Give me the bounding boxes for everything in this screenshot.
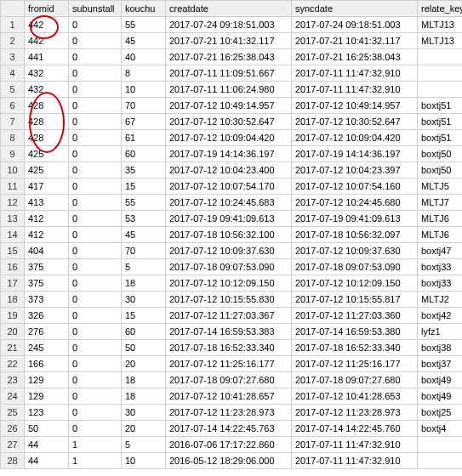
row-number[interactable]: 10 — [1, 162, 25, 178]
cell-creatdate[interactable]: 2017-07-18 09:07:53.090 — [166, 259, 292, 275]
cell-syncdate[interactable]: 2017-07-11 11:47:32.910 — [292, 437, 418, 453]
cell-fromid[interactable]: 245 — [25, 340, 69, 356]
cell-kouchu[interactable]: 55 — [122, 17, 166, 33]
cell-creatdate[interactable]: 2017-07-12 10:41:28.657 — [166, 388, 292, 405]
cell-fromid[interactable]: 375 — [25, 275, 69, 292]
table-row[interactable]: 4432082017-07-11 11:09:51.6672017-07-11 … — [1, 65, 463, 82]
cell-kouchu[interactable]: 67 — [122, 114, 166, 130]
cell-kouchu[interactable]: 18 — [122, 275, 166, 292]
header-kouchu[interactable]: kouchu — [122, 1, 166, 17]
cell-kouchu[interactable]: 20 — [122, 356, 166, 372]
cell-subunstall[interactable]: 0 — [69, 324, 122, 340]
row-number[interactable]: 26 — [1, 421, 25, 437]
cell-kouchu[interactable]: 30 — [122, 405, 166, 421]
cell-relate-key[interactable]: boxtj25 — [418, 405, 463, 421]
cell-fromid[interactable]: 326 — [25, 308, 69, 324]
table-row[interactable]: 14420552017-07-24 09:18:51.0032017-07-24… — [1, 17, 463, 33]
cell-kouchu[interactable]: 60 — [122, 146, 166, 162]
cell-syncdate[interactable]: 2017-07-21 16:25:38.043 — [292, 49, 418, 65]
cell-creatdate[interactable]: 2017-07-12 10:09:04.420 — [166, 130, 292, 146]
cell-relate-key[interactable] — [418, 49, 463, 65]
cell-kouchu[interactable]: 35 — [122, 162, 166, 178]
cell-creatdate[interactable]: 2017-07-12 10:09:37.630 — [166, 243, 292, 259]
cell-creatdate[interactable]: 2017-07-12 10:49:14.957 — [166, 98, 292, 114]
cell-fromid[interactable]: 375 — [25, 259, 69, 275]
cell-kouchu[interactable]: 45 — [122, 227, 166, 243]
row-number[interactable]: 22 — [1, 356, 25, 372]
cell-creatdate[interactable]: 2017-07-21 16:25:38.043 — [166, 49, 292, 65]
row-number[interactable]: 25 — [1, 405, 25, 421]
cell-creatdate[interactable]: 2017-07-14 14:22:45.763 — [166, 421, 292, 437]
cell-subunstall[interactable]: 0 — [69, 98, 122, 114]
cell-syncdate[interactable]: 2017-07-11 11:47:32.910 — [292, 65, 418, 82]
cell-relate-key[interactable]: boxtj42 — [418, 308, 463, 324]
cell-creatdate[interactable]: 2017-07-12 10:24:45.683 — [166, 195, 292, 211]
table-row[interactable]: 16375052017-07-18 09:07:53.0902017-07-18… — [1, 259, 463, 275]
cell-subunstall[interactable]: 0 — [69, 178, 122, 195]
header-relate-key[interactable]: relate_key — [418, 1, 463, 17]
cell-kouchu[interactable]: 18 — [122, 372, 166, 388]
cell-kouchu[interactable]: 70 — [122, 98, 166, 114]
cell-fromid[interactable]: 425 — [25, 162, 69, 178]
cell-fromid[interactable]: 123 — [25, 405, 69, 421]
cell-relate-key[interactable]: MLTJ5 — [418, 178, 463, 195]
cell-creatdate[interactable]: 2017-07-18 16:52:33.340 — [166, 340, 292, 356]
cell-kouchu[interactable]: 5 — [122, 437, 166, 453]
row-number[interactable]: 21 — [1, 340, 25, 356]
cell-fromid[interactable]: 373 — [25, 292, 69, 308]
cell-subunstall[interactable]: 0 — [69, 65, 122, 82]
cell-relate-key[interactable]: boxtj51 — [418, 130, 463, 146]
cell-fromid[interactable]: 50 — [25, 421, 69, 437]
cell-creatdate[interactable]: 2017-07-11 11:09:51.667 — [166, 65, 292, 82]
table-row[interactable]: 241290182017-07-12 10:41:28.6572017-07-1… — [1, 388, 463, 405]
cell-relate-key[interactable]: boxtj50 — [418, 162, 463, 178]
cell-syncdate[interactable]: 2017-07-18 16:52:33.340 — [292, 340, 418, 356]
cell-fromid[interactable]: 129 — [25, 372, 69, 388]
cell-subunstall[interactable]: 0 — [69, 292, 122, 308]
cell-relate-key[interactable]: MLTJ13 — [418, 33, 463, 49]
cell-syncdate[interactable]: 2017-07-12 10:04:23.397 — [292, 162, 418, 178]
table-row[interactable]: 134120532017-07-19 09:41:09.6132017-07-1… — [1, 211, 463, 227]
cell-kouchu[interactable]: 60 — [122, 324, 166, 340]
cell-fromid[interactable]: 44 — [25, 437, 69, 453]
cell-relate-key[interactable]: MLTJ2 — [418, 292, 463, 308]
cell-relate-key[interactable]: boxtj33 — [418, 259, 463, 275]
cell-fromid[interactable]: 441 — [25, 49, 69, 65]
table-row[interactable]: 34410402017-07-21 16:25:38.0432017-07-21… — [1, 49, 463, 65]
table-row[interactable]: 231290182017-07-18 09:07:27.6802017-07-1… — [1, 372, 463, 388]
table-row[interactable]: 74280672017-07-12 10:30:52.6472017-07-12… — [1, 114, 463, 130]
cell-subunstall[interactable]: 0 — [69, 114, 122, 130]
cell-kouchu[interactable]: 18 — [122, 388, 166, 405]
table-row[interactable]: 28441102016-05-12 18:29:06.0002017-07-11… — [1, 453, 463, 469]
cell-relate-key[interactable]: boxtj4 — [418, 421, 463, 437]
header-subunstall[interactable]: subunstall — [69, 1, 122, 17]
cell-subunstall[interactable]: 0 — [69, 211, 122, 227]
cell-subunstall[interactable]: 0 — [69, 308, 122, 324]
cell-kouchu[interactable]: 10 — [122, 82, 166, 98]
cell-subunstall[interactable]: 0 — [69, 195, 122, 211]
row-number[interactable]: 15 — [1, 243, 25, 259]
cell-syncdate[interactable]: 2017-07-12 10:24:45.680 — [292, 195, 418, 211]
cell-syncdate[interactable]: 2017-07-14 16:59:53.380 — [292, 324, 418, 340]
cell-fromid[interactable]: 432 — [25, 65, 69, 82]
cell-creatdate[interactable]: 2017-07-19 09:41:09.613 — [166, 211, 292, 227]
cell-syncdate[interactable]: 2017-07-12 10:12:09.150 — [292, 275, 418, 292]
cell-creatdate[interactable]: 2017-07-18 09:07:27.680 — [166, 372, 292, 388]
table-row[interactable]: 251230302017-07-12 11:23:28.9732017-07-1… — [1, 405, 463, 421]
header-rownum[interactable] — [1, 1, 25, 17]
cell-fromid[interactable]: 412 — [25, 227, 69, 243]
row-number[interactable]: 17 — [1, 275, 25, 292]
cell-syncdate[interactable]: 2017-07-18 09:07:53.090 — [292, 259, 418, 275]
cell-syncdate[interactable]: 2017-07-21 10:41:32.117 — [292, 33, 418, 49]
cell-subunstall[interactable]: 1 — [69, 437, 122, 453]
cell-relate-key[interactable]: MLTJ13 — [418, 17, 463, 33]
table-row[interactable]: 212450502017-07-18 16:52:33.3402017-07-1… — [1, 340, 463, 356]
cell-syncdate[interactable]: 2017-07-12 10:09:04.420 — [292, 130, 418, 146]
table-row[interactable]: 2744152016-07-06 17:17:22.8602017-07-11 … — [1, 437, 463, 453]
table-row[interactable]: 193260152017-07-12 11:27:03.3672017-07-1… — [1, 308, 463, 324]
cell-kouchu[interactable]: 30 — [122, 292, 166, 308]
table-row[interactable]: 202760602017-07-14 16:59:53.3832017-07-1… — [1, 324, 463, 340]
row-number[interactable]: 2 — [1, 33, 25, 49]
cell-creatdate[interactable]: 2016-07-06 17:17:22.860 — [166, 437, 292, 453]
cell-relate-key[interactable]: MLTJ6 — [418, 227, 463, 243]
